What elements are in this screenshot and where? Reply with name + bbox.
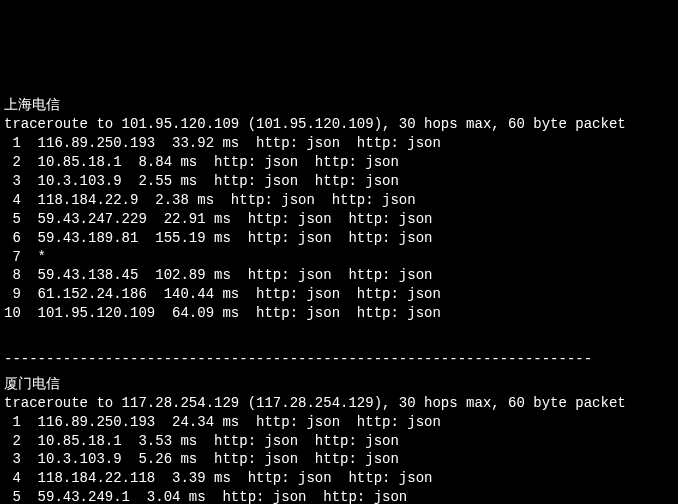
hop-row: 1 116.89.250.193 33.92 ms http: json htt… bbox=[4, 134, 674, 153]
hop-row: 6 59.43.189.81 155.19 ms http: json http… bbox=[4, 229, 674, 248]
hop-row: 8 59.43.138.45 102.89 ms http: json http… bbox=[4, 266, 674, 285]
hop-row: 7 * bbox=[4, 248, 674, 267]
block-title-1: 厦门电信 bbox=[4, 376, 60, 392]
separator-line: ----------------------------------------… bbox=[4, 350, 674, 369]
hop-row: 3 10.3.103.9 5.26 ms http: json http: js… bbox=[4, 450, 674, 469]
hop-row: 10 101.95.120.109 64.09 ms http: json ht… bbox=[4, 304, 674, 323]
hop-row: 2 10.85.18.1 8.84 ms http: json http: js… bbox=[4, 153, 674, 172]
hop-row: 5 59.43.247.229 22.91 ms http: json http… bbox=[4, 210, 674, 229]
terminal-output: 上海电信 traceroute to 101.95.120.109 (101.9… bbox=[0, 94, 678, 504]
hop-list-0: 1 116.89.250.193 33.92 ms http: json htt… bbox=[4, 134, 674, 323]
traceroute-header-0: traceroute to 101.95.120.109 (101.95.120… bbox=[4, 116, 626, 132]
hop-row: 4 118.184.22.118 3.39 ms http: json http… bbox=[4, 469, 674, 488]
hop-row: 5 59.43.249.1 3.04 ms http: json http: j… bbox=[4, 488, 674, 504]
hop-row: 9 61.152.24.186 140.44 ms http: json htt… bbox=[4, 285, 674, 304]
block-title-0: 上海电信 bbox=[4, 97, 60, 113]
hop-row: 2 10.85.18.1 3.53 ms http: json http: js… bbox=[4, 432, 674, 451]
hop-list-1: 1 116.89.250.193 24.34 ms http: json htt… bbox=[4, 413, 674, 504]
traceroute-header-1: traceroute to 117.28.254.129 (117.28.254… bbox=[4, 395, 626, 411]
hop-row: 1 116.89.250.193 24.34 ms http: json htt… bbox=[4, 413, 674, 432]
hop-row: 3 10.3.103.9 2.55 ms http: json http: js… bbox=[4, 172, 674, 191]
hop-row: 4 118.184.22.9 2.38 ms http: json http: … bbox=[4, 191, 674, 210]
